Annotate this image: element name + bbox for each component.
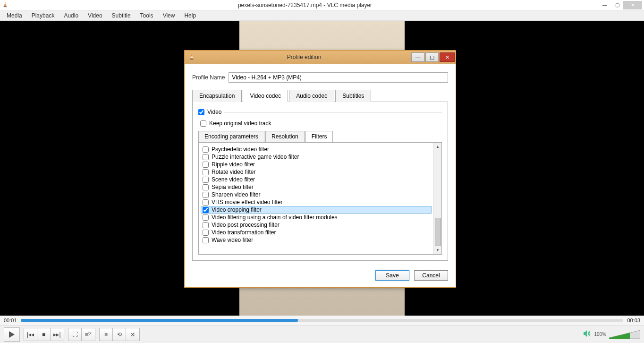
main-titlebar: pexels-sunsetoned-7235417.mp4 - VLC medi… (0, 0, 644, 10)
svg-marker-4 (9, 331, 15, 338)
svg-marker-5 (584, 330, 587, 337)
filter-label: Ripple video filter (212, 161, 255, 168)
filter-checkbox[interactable] (203, 184, 209, 190)
filter-checkbox[interactable] (203, 154, 209, 160)
ext-settings-button[interactable]: ≡𝄢 (82, 328, 95, 341)
svg-rect-9 (190, 59, 194, 60)
prev-button[interactable]: |◂◂ (24, 328, 37, 341)
play-button[interactable] (4, 327, 20, 342)
filter-item[interactable]: Video transformation filter (201, 229, 432, 236)
main-window-buttons: — ▢ ✕ (599, 1, 642, 9)
filter-label: Video transformation filter (212, 229, 276, 236)
cancel-button[interactable]: Cancel (414, 270, 448, 281)
seek-bar[interactable] (21, 319, 624, 322)
filter-item[interactable]: Ripple video filter (201, 161, 432, 168)
loop-button[interactable]: ⟲ (113, 328, 126, 341)
fullscreen-button[interactable]: ⛶ (68, 328, 82, 341)
subtab-encoding[interactable]: Encoding parameters (198, 131, 264, 142)
dialog-maximize-button[interactable]: ▢ (425, 52, 439, 62)
filter-label: Psychedelic video filter (212, 146, 269, 153)
save-button[interactable]: Save (375, 270, 409, 281)
speaker-icon[interactable] (584, 330, 591, 338)
menu-playback[interactable]: Playback (27, 11, 59, 20)
filter-checkbox[interactable] (203, 230, 209, 236)
vlc-cone-icon (188, 53, 195, 61)
minimize-button[interactable]: — (599, 1, 611, 9)
dialog-titlebar[interactable]: Profile edition — ▢ ✕ (185, 51, 456, 64)
time-total[interactable]: 00:03 (627, 317, 640, 323)
main-menubar: Media Playback Audio Video Subtitle Tool… (0, 10, 644, 21)
filter-checkbox[interactable] (203, 192, 209, 198)
keep-track-checkbox[interactable] (200, 120, 206, 127)
time-elapsed[interactable]: 00:01 (4, 317, 17, 323)
volume-area: 100% (584, 330, 640, 339)
dialog-minimize-button[interactable]: — (411, 52, 424, 62)
scroll-thumb[interactable] (435, 218, 441, 246)
filter-label: VHS movie effect video filter (212, 199, 283, 206)
filter-checkbox[interactable] (203, 222, 209, 228)
filter-item[interactable]: Video filtering using a chain of video f… (201, 214, 432, 221)
filter-item[interactable]: Video cropping filter (201, 206, 432, 214)
filter-item[interactable]: Psychedelic video filter (201, 146, 432, 153)
filter-item[interactable]: Puzzle interactive game video filter (201, 153, 432, 161)
subtab-filters[interactable]: Filters (305, 131, 333, 142)
stop-button[interactable]: ■ (37, 328, 51, 341)
filter-checkbox[interactable] (203, 169, 209, 175)
scroll-up-icon[interactable]: ▲ (435, 144, 441, 150)
filter-item[interactable]: Scene video filter (201, 176, 432, 183)
shuffle-button[interactable]: ⤨ (126, 328, 139, 341)
filter-checkbox[interactable] (203, 214, 209, 221)
filter-checkbox[interactable] (203, 162, 209, 168)
menu-video[interactable]: Video (83, 11, 107, 20)
tab-encapsulation[interactable]: Encapsulation (192, 90, 242, 102)
filter-label: Sharpen video filter (212, 191, 260, 198)
filter-label: Video cropping filter (212, 206, 262, 213)
filter-checkbox[interactable] (203, 199, 209, 206)
close-button[interactable]: ✕ (623, 1, 642, 9)
vlc-cone-icon (2, 1, 8, 9)
filter-label: Wave video filter (212, 237, 253, 243)
playlist-group: ≡ ⟲ ⤨ (99, 328, 140, 341)
menu-subtitle[interactable]: Subtitle (107, 11, 136, 20)
filter-checkbox[interactable] (203, 207, 209, 213)
video-checkbox[interactable] (198, 109, 204, 115)
filter-item[interactable]: VHS movie effect video filter (201, 198, 432, 206)
filter-checkbox[interactable] (203, 146, 209, 153)
filter-scrollbar[interactable]: ▲ ▼ (433, 143, 441, 254)
menu-help[interactable]: Help (179, 11, 201, 20)
filter-item[interactable]: Wave video filter (201, 236, 432, 244)
filter-label: Rotate video filter (212, 169, 255, 175)
maximize-button[interactable]: ▢ (611, 1, 623, 9)
filter-label: Sepia video filter (212, 184, 254, 190)
profile-name-input[interactable] (229, 72, 448, 83)
svg-rect-10 (191, 56, 193, 56)
dialog-close-button[interactable]: ✕ (440, 52, 455, 62)
filter-item[interactable]: Sepia video filter (201, 183, 432, 191)
tab-audio-codec[interactable]: Audio codec (289, 90, 334, 102)
filter-checkbox[interactable] (203, 177, 209, 183)
menu-view[interactable]: View (158, 11, 180, 20)
next-button[interactable]: ▸▸| (51, 328, 64, 341)
menu-tools[interactable]: Tools (136, 11, 158, 20)
filter-checkbox[interactable] (203, 237, 209, 243)
dialog-footer: Save Cancel (192, 270, 448, 281)
volume-slider[interactable] (609, 330, 640, 339)
filter-item[interactable]: Rotate video filter (201, 168, 432, 176)
seek-row: 00:01 00:03 (0, 316, 644, 325)
sub-tabs: Encoding parameters Resolution Filters (198, 130, 442, 142)
controls-row: |◂◂ ■ ▸▸| ⛶ ≡𝄢 ≡ ⟲ ⤨ 100% (0, 325, 644, 343)
menu-media[interactable]: Media (2, 11, 27, 20)
menu-audio[interactable]: Audio (59, 11, 83, 20)
subtab-resolution[interactable]: Resolution (265, 131, 305, 142)
filter-item[interactable]: Video post processing filter (201, 221, 432, 229)
tab-video-codec[interactable]: Video codec (243, 90, 288, 102)
keep-track-label: Keep original video track (209, 120, 271, 127)
scroll-down-icon[interactable]: ▼ (435, 247, 441, 253)
svg-rect-11 (191, 57, 193, 57)
svg-rect-3 (4, 5, 6, 5)
filter-item[interactable]: Sharpen video filter (201, 191, 432, 198)
tab-subtitles[interactable]: Subtitles (335, 90, 371, 102)
playlist-button[interactable]: ≡ (100, 328, 113, 341)
video-checkbox-label: Video (207, 109, 221, 115)
main-tabs: Encapsulation Video codec Audio codec Su… (192, 89, 448, 102)
